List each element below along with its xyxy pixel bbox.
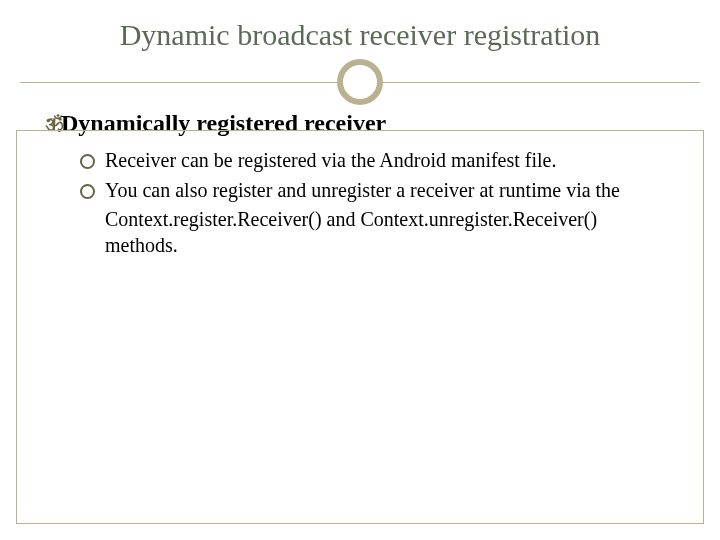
ring-bullet-icon bbox=[80, 154, 95, 169]
bullet-text-continuation: Context.register.Receiver() and Context.… bbox=[80, 207, 674, 258]
ring-bullet-icon bbox=[80, 184, 95, 199]
section-heading: Dynamically registered receiver bbox=[61, 110, 386, 137]
heading-row: ፒ︎ ॐ︎ Dynamically registered receiver bbox=[46, 110, 674, 138]
title-divider bbox=[0, 62, 720, 102]
list-item: Receiver can be registered via the Andro… bbox=[80, 148, 674, 174]
divider-circle-icon bbox=[337, 59, 383, 105]
body: ፒ︎ ॐ︎ Dynamically registered receiver Re… bbox=[0, 102, 720, 258]
bullet-text: Receiver can be registered via the Andro… bbox=[105, 148, 556, 174]
bullet-text: You can also register and unregister a r… bbox=[105, 178, 620, 204]
list-item: You can also register and unregister a r… bbox=[80, 178, 674, 204]
slide: Dynamic broadcast receiver registration … bbox=[0, 0, 720, 540]
slide-title: Dynamic broadcast receiver registration bbox=[50, 18, 670, 52]
title-area: Dynamic broadcast receiver registration bbox=[0, 0, 720, 52]
